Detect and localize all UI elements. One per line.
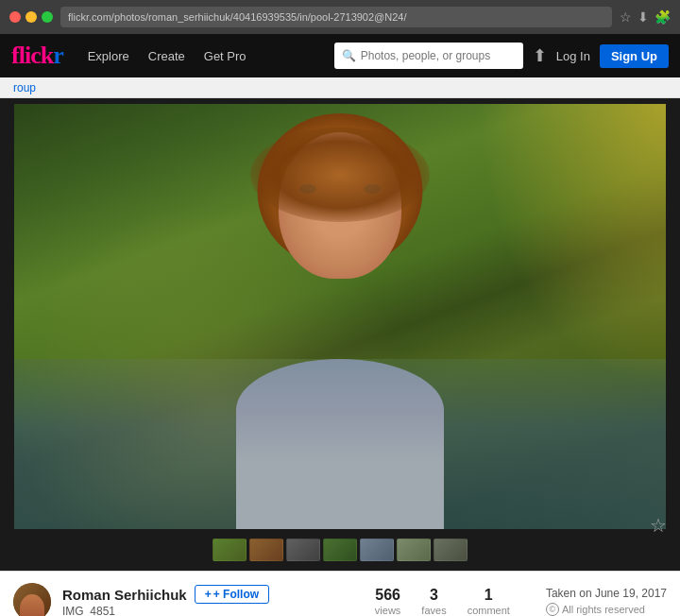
thumbnail-2[interactable]	[249, 539, 283, 561]
faves-label: faves	[421, 605, 446, 616]
stat-views: 566 views	[375, 587, 401, 616]
search-input[interactable]	[361, 49, 516, 62]
avatar	[13, 583, 51, 617]
address-bar[interactable]: flickr.com/photos/roman_serhiichuk/40416…	[60, 7, 612, 27]
maximize-button[interactable]	[42, 11, 53, 23]
download-icon[interactable]: ⬇	[638, 9, 649, 25]
person-body	[236, 359, 444, 529]
copyright-row: © All rights reserved	[546, 603, 667, 616]
taken-section: Taken on June 19, 2017 © All rights rese…	[546, 587, 667, 616]
copyright-icon: ©	[546, 603, 559, 616]
window-controls	[9, 11, 53, 23]
flickr-logo[interactable]: flickr	[11, 42, 63, 70]
user-info: Roman Serhiichuk + + Follow IMG_4851	[62, 585, 269, 616]
thumbnail-6[interactable]	[397, 539, 431, 561]
views-count: 566	[375, 587, 400, 604]
user-name: Roman Serhiichuk	[62, 587, 187, 603]
browser-toolbar: ☆ ⬇ 🧩	[620, 9, 671, 25]
stats-section: 566 views 3 faves 1 comment Taken on Jun…	[375, 587, 667, 616]
photo-container	[14, 104, 666, 529]
nav-explore[interactable]: Explore	[78, 49, 139, 63]
upload-icon[interactable]: ⬆	[533, 45, 547, 66]
extension-icon[interactable]: 🧩	[654, 9, 671, 25]
taken-date: Taken on June 19, 2017	[546, 587, 667, 600]
thumbnail-3[interactable]	[286, 539, 320, 561]
url-text: flickr.com/photos/roman_serhiichuk/40416…	[68, 11, 407, 23]
search-icon: 🔍	[342, 49, 356, 62]
browser-chrome: flickr.com/photos/roman_serhiichuk/40416…	[0, 0, 680, 34]
faves-count: 3	[430, 587, 438, 604]
nav-getpro[interactable]: Get Pro	[195, 49, 256, 63]
favorite-star-icon[interactable]: ☆	[650, 514, 667, 537]
nav-create[interactable]: Create	[139, 49, 195, 63]
breadcrumb-text[interactable]: roup	[13, 81, 36, 94]
navbar: flickr Explore Create Get Pro 🔍 ⬆ Log In…	[0, 34, 680, 77]
login-link[interactable]: Log In	[556, 49, 590, 63]
thumbnail-5[interactable]	[360, 539, 394, 561]
bookmark-icon[interactable]: ☆	[620, 9, 632, 25]
breadcrumb: roup	[0, 77, 680, 98]
signup-button[interactable]: Sign Up	[600, 44, 669, 68]
main-content: ☆	[0, 98, 680, 571]
thumbnail-7[interactable]	[434, 539, 468, 561]
thumbnail-1[interactable]	[212, 539, 246, 561]
minimize-button[interactable]	[26, 11, 37, 23]
info-bar: Roman Serhiichuk + + Follow IMG_4851 566…	[0, 571, 680, 616]
portrait-photo	[14, 104, 666, 529]
strip-wrapper: ☆	[0, 529, 680, 571]
photo-title: IMG_4851	[62, 605, 269, 616]
follow-label: + Follow	[213, 588, 259, 601]
views-label: views	[375, 605, 401, 616]
thumbnail-4[interactable]	[323, 539, 357, 561]
close-button[interactable]	[9, 11, 21, 23]
thumbnail-strip	[14, 533, 666, 567]
user-name-row: Roman Serhiichuk + + Follow	[62, 585, 269, 604]
comments-count: 1	[484, 587, 493, 604]
rights-text: All rights reserved	[562, 604, 645, 615]
stat-faves: 3 faves	[421, 587, 446, 616]
stat-comments: 1 comment	[468, 587, 510, 616]
follow-button[interactable]: + + Follow	[195, 585, 269, 604]
follow-plus-icon: +	[205, 588, 212, 601]
comments-label: comment	[468, 605, 510, 616]
search-bar: 🔍	[334, 43, 523, 69]
hair-overlay	[250, 128, 430, 222]
